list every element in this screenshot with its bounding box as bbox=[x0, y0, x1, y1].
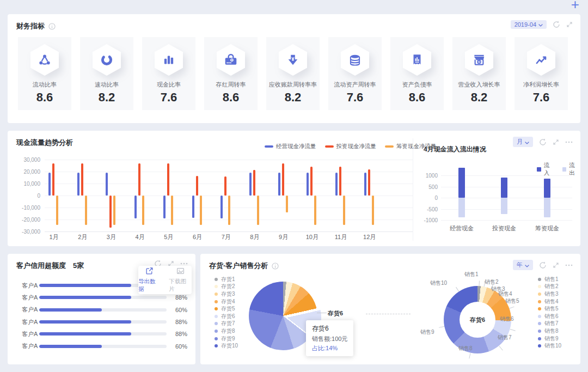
bar bbox=[220, 196, 223, 218]
donut-slice-label: 销售6 bbox=[500, 315, 514, 323]
legend-label: 存货8 bbox=[221, 327, 235, 335]
metric-tiles: 流动比率8.6速动比率8.2现金比率7.6存红周转率8.6应收账款周转率率8.2… bbox=[18, 37, 568, 110]
donut-leader-line bbox=[469, 353, 470, 358]
bar-fill bbox=[39, 308, 102, 312]
bar-track bbox=[39, 332, 167, 336]
date-selector[interactable]: 2019-04 bbox=[511, 20, 547, 29]
donut-leader-line bbox=[509, 307, 514, 309]
x-axis-label: 12月 bbox=[359, 233, 381, 241]
legend-label: 存货3 bbox=[221, 290, 235, 298]
cashflow-trend-chart[interactable]: 30,00020,00010,0000-10,000-20,000-30,000… bbox=[16, 156, 415, 242]
download-image-button[interactable]: 下载图片 bbox=[169, 267, 192, 293]
add-widget-button[interactable]: + bbox=[571, 0, 579, 12]
bar bbox=[257, 196, 259, 225]
legend-item[interactable]: 存货6 bbox=[215, 313, 238, 320]
outflow-bar bbox=[544, 198, 550, 217]
legend-label: 销售6 bbox=[544, 313, 559, 320]
x-axis-label: 4月 bbox=[129, 233, 151, 241]
y-axis-label: 10,000 bbox=[16, 181, 40, 187]
legend-dot bbox=[215, 344, 218, 347]
legend-item[interactable]: 存货10 bbox=[215, 342, 238, 350]
hexagon bbox=[527, 44, 555, 76]
legend-dot bbox=[215, 315, 218, 318]
legend-item[interactable]: 销售3 bbox=[538, 290, 561, 298]
hexagon bbox=[30, 44, 59, 76]
legend-item[interactable]: 销售8 bbox=[538, 327, 561, 335]
legend-label: 销售5 bbox=[544, 305, 559, 313]
export-data-button[interactable]: 导出数据 bbox=[138, 267, 161, 293]
selected-slice-label: 存货6 bbox=[328, 309, 343, 318]
legend-item[interactable]: 存货4 bbox=[215, 298, 238, 306]
bar bbox=[286, 196, 288, 212]
bar bbox=[307, 173, 309, 196]
legend-item[interactable]: 销售1 bbox=[538, 276, 561, 283]
metric-value: 8.6 bbox=[36, 90, 53, 105]
legend-item[interactable]: 经营现金净流量 bbox=[265, 143, 316, 150]
bar bbox=[282, 163, 284, 196]
credit-row: 客户A88% bbox=[8, 328, 195, 340]
legend-item[interactable]: 销售10 bbox=[538, 342, 561, 350]
credit-row: 客户A60% bbox=[8, 340, 195, 352]
period-selector-value: 年 bbox=[517, 261, 523, 269]
receipt-chart-icon bbox=[410, 53, 424, 67]
legend-item[interactable]: 投资现金净流量 bbox=[325, 143, 377, 150]
legend-item[interactable]: 存货1 bbox=[215, 276, 238, 283]
image-icon bbox=[176, 267, 185, 276]
inflow-outflow-chart[interactable]: 10005000-500-1000经营现金投资现金筹资现金 bbox=[421, 166, 577, 236]
hexagon bbox=[217, 44, 245, 76]
legend-item[interactable]: 存货7 bbox=[215, 320, 238, 328]
expand-icon[interactable] bbox=[566, 21, 573, 28]
legend-item[interactable]: 销售5 bbox=[538, 305, 561, 313]
legend-item[interactable]: 销售7 bbox=[538, 320, 561, 328]
legend-item[interactable]: 销售6 bbox=[538, 313, 561, 320]
legend-swatch bbox=[265, 145, 273, 148]
legend-item[interactable]: 销售9 bbox=[538, 335, 561, 343]
info-icon bbox=[272, 263, 279, 270]
bar-fill bbox=[39, 332, 131, 336]
x-axis-label: 11月 bbox=[330, 233, 352, 241]
legend-item[interactable]: 存货9 bbox=[215, 335, 238, 343]
legend-item[interactable]: 存货2 bbox=[215, 283, 238, 291]
legend-dot bbox=[538, 292, 541, 296]
expand-icon[interactable] bbox=[553, 139, 559, 145]
legend-item[interactable]: 销售4 bbox=[538, 298, 561, 306]
y-axis-label: 1000 bbox=[421, 173, 438, 179]
period-selector-value: 月 bbox=[517, 138, 523, 146]
bar-track bbox=[39, 308, 167, 312]
legend-item[interactable]: 销售2 bbox=[538, 283, 561, 291]
x-axis-label: 投资现金 bbox=[488, 224, 520, 233]
legend-item[interactable]: 存货3 bbox=[215, 290, 238, 298]
legend-item[interactable]: 存货8 bbox=[215, 327, 238, 335]
card-controls: 月 bbox=[513, 137, 573, 147]
card-title-text: 存货-客户销售分析 bbox=[209, 261, 268, 271]
ring-icon bbox=[100, 53, 114, 67]
bar bbox=[364, 173, 366, 196]
card-title: 存货-客户销售分析 bbox=[209, 261, 279, 271]
bar bbox=[171, 196, 173, 225]
refresh-icon[interactable] bbox=[539, 138, 547, 146]
legend-label: 存货10 bbox=[221, 342, 238, 350]
bar bbox=[134, 196, 137, 218]
bar-fill bbox=[39, 320, 131, 324]
more-icon[interactable] bbox=[565, 141, 573, 143]
refresh-icon[interactable] bbox=[539, 261, 547, 269]
bar bbox=[142, 196, 144, 225]
trend-legend: 经营现金净流量投资现金净流量筹资现金净流量 bbox=[265, 143, 437, 150]
metric-label: 净利润增长率 bbox=[523, 81, 559, 89]
inventory-legend: 存货1存货2存货3存货4存货5存货6存货7存货8存货9存货10 bbox=[215, 276, 238, 350]
bar bbox=[224, 176, 226, 196]
period-selector[interactable]: 月 bbox=[513, 137, 533, 147]
x-axis-label: 3月 bbox=[100, 233, 122, 241]
period-selector[interactable]: 年 bbox=[513, 260, 533, 270]
more-icon[interactable] bbox=[180, 263, 188, 265]
bar-track bbox=[39, 320, 167, 324]
card-title-text: 财务指标 bbox=[16, 21, 45, 31]
legend-item[interactable]: 存货5 bbox=[215, 305, 238, 313]
more-icon[interactable] bbox=[565, 264, 573, 266]
dashboard-page: + 财务指标 2019-04 流动比率8.6速动比率8.2现金比率7.6存红周转… bbox=[0, 0, 588, 372]
refresh-icon[interactable] bbox=[553, 21, 560, 28]
expand-icon[interactable] bbox=[553, 262, 559, 269]
x-axis-label: 8月 bbox=[244, 233, 266, 241]
legend-dot bbox=[538, 337, 541, 340]
legend-label: 销售4 bbox=[544, 298, 559, 306]
